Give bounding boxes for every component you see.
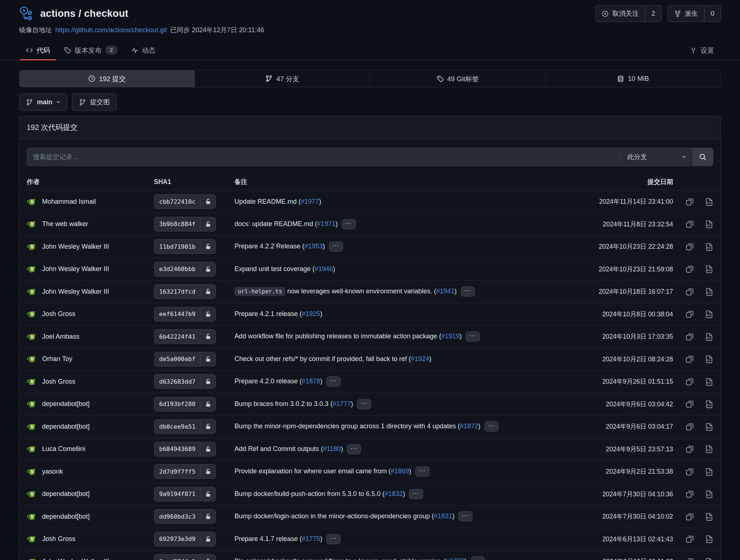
commit-sha-link[interactable]: 3b9b8c884f bbox=[154, 217, 216, 232]
pr-link[interactable]: #1776 bbox=[446, 557, 465, 560]
author-avatar-teacup-icon[interactable] bbox=[27, 557, 37, 560]
commit-search-input[interactable] bbox=[27, 148, 621, 166]
view-file-at-commit-icon[interactable] bbox=[705, 355, 713, 363]
pr-link[interactable]: #1925 bbox=[302, 310, 320, 317]
expand-commit-message-button[interactable]: ··· bbox=[484, 421, 499, 432]
author-avatar-teacup-icon[interactable] bbox=[27, 197, 37, 206]
commit-sha-link[interactable]: eef61447b9 bbox=[154, 307, 216, 322]
view-file-at-commit-icon[interactable] bbox=[705, 490, 713, 498]
author-avatar-teacup-icon[interactable] bbox=[27, 489, 37, 499]
commit-sha-link[interactable]: 6b42224f41 bbox=[154, 329, 216, 344]
view-file-at-commit-icon[interactable] bbox=[705, 400, 713, 408]
author-avatar-teacup-icon[interactable] bbox=[27, 534, 37, 544]
pr-link[interactable]: #1831 bbox=[434, 512, 452, 520]
watchers-count[interactable]: 2 bbox=[645, 5, 661, 22]
commit-sha-link[interactable]: e3d2460bbb bbox=[154, 262, 216, 277]
author-avatar-teacup-icon[interactable] bbox=[27, 354, 37, 364]
view-file-at-commit-icon[interactable] bbox=[705, 310, 713, 318]
pr-link[interactable]: #1872 bbox=[460, 422, 478, 430]
commit-sha-link[interactable]: 2d7d9f7ff5 bbox=[154, 464, 216, 479]
commit-sha-link[interactable]: 9a9194f871 bbox=[154, 487, 216, 501]
commit-sha-link[interactable]: db0cee9a51 bbox=[154, 419, 216, 434]
commit-sha-link[interactable]: d632683dd7 bbox=[154, 374, 216, 389]
author-avatar-teacup-icon[interactable] bbox=[27, 264, 37, 274]
expand-commit-message-button[interactable]: ··· bbox=[466, 331, 480, 342]
pr-link[interactable]: #1924 bbox=[411, 355, 429, 362]
copy-sha-icon[interactable] bbox=[685, 287, 694, 296]
copy-sha-icon[interactable] bbox=[685, 265, 694, 273]
copy-sha-icon[interactable] bbox=[685, 355, 694, 363]
stat-tags[interactable]: 49 Git标签 bbox=[370, 70, 545, 87]
view-file-at-commit-icon[interactable] bbox=[705, 377, 713, 386]
copy-sha-icon[interactable] bbox=[685, 198, 694, 206]
mirror-url-link[interactable]: https://github.com/actions/checkout.git bbox=[55, 26, 167, 34]
copy-sha-icon[interactable] bbox=[685, 557, 694, 560]
expand-commit-message-button[interactable]: ··· bbox=[347, 444, 361, 454]
view-file-at-commit-icon[interactable] bbox=[705, 198, 713, 206]
pr-link[interactable]: #1869 bbox=[391, 467, 409, 475]
view-file-at-commit-icon[interactable] bbox=[705, 535, 713, 543]
stat-branches[interactable]: 47 分支 bbox=[195, 70, 370, 87]
unwatch-button[interactable]: 取消关注 2 bbox=[595, 5, 662, 22]
tab-releases[interactable]: 版本发布 2 bbox=[57, 40, 124, 60]
copy-sha-icon[interactable] bbox=[685, 490, 694, 498]
author-avatar-teacup-icon[interactable] bbox=[27, 242, 37, 251]
copy-sha-icon[interactable] bbox=[685, 512, 694, 521]
commit-sha-link[interactable]: 692973e3d9 bbox=[154, 532, 216, 546]
author-avatar-teacup-icon[interactable] bbox=[27, 399, 37, 409]
fork-button[interactable]: 派生 0 bbox=[668, 5, 721, 22]
expand-commit-message-button[interactable]: ··· bbox=[415, 466, 429, 477]
author-avatar-teacup-icon[interactable] bbox=[27, 377, 37, 386]
author-avatar-teacup-icon[interactable] bbox=[27, 444, 37, 454]
commit-sha-link[interactable]: 163217dfcd bbox=[154, 284, 216, 299]
pr-link[interactable]: #1878 bbox=[302, 377, 320, 385]
pr-link[interactable]: #1941 bbox=[436, 287, 455, 295]
pr-link[interactable]: #1977 bbox=[301, 198, 319, 205]
expand-commit-message-button[interactable]: ··· bbox=[409, 489, 423, 499]
branch-selector[interactable]: main bbox=[19, 93, 67, 111]
view-file-at-commit-icon[interactable] bbox=[705, 557, 713, 560]
commit-sha-link[interactable]: cbb722410c bbox=[154, 194, 216, 209]
pr-link[interactable]: #1919 bbox=[441, 332, 459, 340]
copy-sha-icon[interactable] bbox=[685, 220, 694, 228]
copy-sha-icon[interactable] bbox=[685, 445, 694, 453]
copy-sha-icon[interactable] bbox=[685, 377, 694, 386]
view-file-at-commit-icon[interactable] bbox=[705, 220, 713, 228]
author-avatar-teacup-icon[interactable] bbox=[27, 287, 37, 296]
commit-sha-link[interactable]: 6ccd57f4c5 bbox=[154, 554, 216, 560]
forks-count[interactable]: 0 bbox=[704, 5, 721, 22]
tab-settings[interactable]: 设置 bbox=[683, 40, 721, 60]
expand-commit-message-button[interactable]: ··· bbox=[329, 241, 343, 252]
expand-commit-message-button[interactable]: ··· bbox=[458, 511, 473, 522]
author-avatar-teacup-icon[interactable] bbox=[27, 332, 37, 341]
expand-commit-message-button[interactable]: ··· bbox=[342, 219, 356, 229]
view-file-at-commit-icon[interactable] bbox=[705, 332, 713, 341]
pr-link[interactable]: #1946 bbox=[315, 265, 333, 273]
commit-sha-link[interactable]: 11bd71901b bbox=[154, 239, 216, 254]
view-file-at-commit-icon[interactable] bbox=[705, 265, 713, 273]
view-file-at-commit-icon[interactable] bbox=[705, 467, 713, 476]
copy-sha-icon[interactable] bbox=[685, 467, 694, 476]
pr-link[interactable]: #1832 bbox=[384, 490, 403, 497]
tab-code[interactable]: 代码 bbox=[19, 40, 57, 60]
commit-sha-link[interactable]: dd960bd3c3 bbox=[154, 509, 216, 524]
pr-link[interactable]: #1180 bbox=[323, 445, 341, 452]
pr-link[interactable]: #1953 bbox=[304, 243, 323, 250]
commit-sha-link[interactable]: de5a000abf bbox=[154, 352, 216, 367]
copy-sha-icon[interactable] bbox=[685, 535, 694, 543]
author-avatar-teacup-icon[interactable] bbox=[27, 219, 37, 229]
view-file-at-commit-icon[interactable] bbox=[705, 445, 713, 453]
author-avatar-teacup-icon[interactable] bbox=[27, 309, 37, 319]
pr-link[interactable]: #1775 bbox=[302, 535, 320, 542]
expand-commit-message-button[interactable]: ··· bbox=[326, 376, 341, 387]
copy-sha-icon[interactable] bbox=[685, 422, 694, 431]
view-file-at-commit-icon[interactable] bbox=[705, 512, 713, 521]
tab-activity[interactable]: 动态 bbox=[124, 40, 162, 60]
commit-graph-button[interactable]: 提交图 bbox=[72, 93, 117, 111]
author-avatar-teacup-icon[interactable] bbox=[27, 422, 37, 431]
copy-sha-icon[interactable] bbox=[685, 243, 694, 251]
author-avatar-teacup-icon[interactable] bbox=[27, 467, 37, 476]
stat-size[interactable]: 10 MiB bbox=[545, 70, 721, 87]
search-button[interactable] bbox=[692, 148, 713, 166]
branch-filter-dropdown[interactable]: 此分支 bbox=[621, 148, 692, 166]
